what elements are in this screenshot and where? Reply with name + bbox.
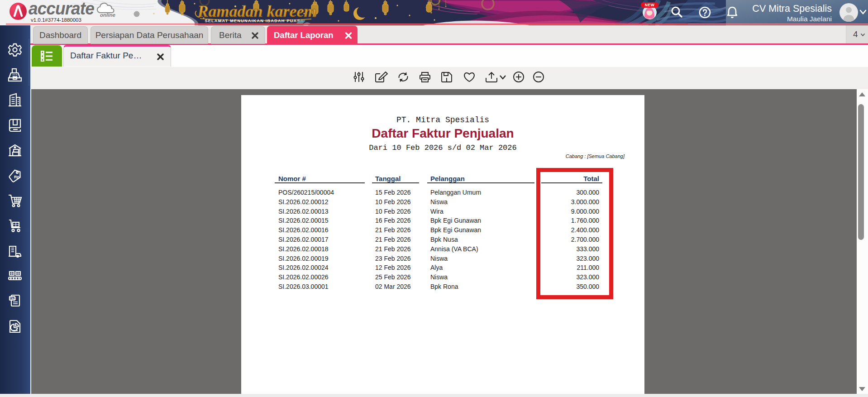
svg-text:SELAMAT MENUNAIKAN IBADAH PUAS: SELAMAT MENUNAIKAN IBADAH PUASA [205,19,304,23]
svg-text:Ramadan kareem: Ramadan kareem [197,2,316,20]
svg-text:Rp: Rp [14,175,19,179]
svg-text:TAX: TAX [10,297,16,300]
